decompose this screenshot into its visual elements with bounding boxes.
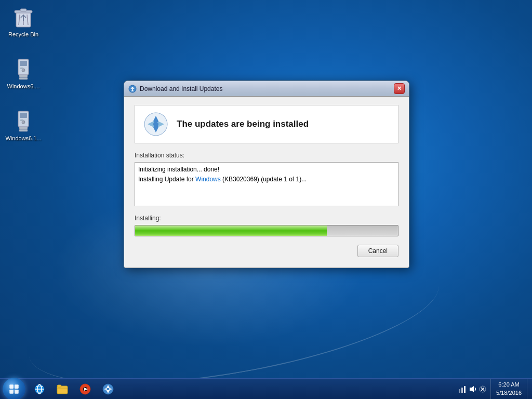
windows61-label: Windows6.1...: [5, 135, 41, 142]
status-box[interactable]: Initializing installation... done! Insta…: [135, 162, 398, 206]
svg-rect-16: [19, 127, 28, 129]
progress-container: [135, 225, 398, 236]
recycle-bin-icon: [11, 4, 36, 29]
svg-rect-29: [57, 385, 61, 387]
close-button[interactable]: ✕: [394, 83, 405, 94]
svg-rect-17: [19, 129, 28, 131]
desktop-icon-windows6[interactable]: Windows6....: [3, 54, 44, 92]
titlebar-controls: ✕: [394, 83, 405, 94]
start-orb: [3, 378, 25, 400]
svg-rect-23: [9, 390, 14, 394]
status-link: Windows: [195, 176, 221, 183]
status-label: Installation status:: [135, 152, 398, 159]
cancel-button[interactable]: Cancel: [357, 245, 398, 257]
svg-rect-24: [15, 390, 19, 394]
dialog-titlebar: Download and Install Updates ✕: [124, 81, 409, 97]
svg-rect-10: [19, 75, 28, 77]
windows61-icon: [11, 108, 36, 133]
recycle-bin-label: Recycle Bin: [8, 31, 38, 38]
desktop: Recycle Bin Windows6....: [0, 0, 532, 399]
progress-bar: [135, 225, 327, 236]
svg-rect-11: [19, 77, 28, 79]
clock-time: 6:20 AM: [498, 381, 519, 389]
update-header-icon: [143, 112, 168, 137]
svg-rect-21: [9, 384, 14, 389]
dialog-header-title: The updates are being installed: [177, 119, 309, 129]
svg-rect-22: [15, 384, 19, 389]
update-dialog: Download and Install Updates ✕: [124, 81, 409, 268]
svg-rect-7: [20, 61, 27, 66]
status-line-2: Installing Update for Windows (KB3020369…: [138, 175, 395, 184]
windows6-label: Windows6....: [7, 83, 40, 90]
taskbar-media[interactable]: [75, 380, 96, 398]
tray-icons: [454, 379, 491, 400]
svg-rect-34: [459, 389, 460, 393]
taskbar: 6:20 AM 5/18/2016: [0, 378, 532, 399]
dialog-icon: [128, 85, 137, 93]
taskbar-explorer[interactable]: [52, 380, 73, 398]
start-button[interactable]: [0, 379, 28, 400]
svg-point-20: [153, 122, 158, 127]
svg-marker-37: [470, 386, 474, 392]
network-icon: [458, 385, 467, 393]
show-desktop-button[interactable]: [527, 379, 530, 400]
dialog-title: Download and Install Updates: [140, 85, 394, 92]
svg-rect-2: [20, 9, 26, 11]
dialog-header: The updates are being installed: [135, 105, 398, 143]
clock-area[interactable]: 6:20 AM 5/18/2016: [491, 381, 527, 397]
installing-label: Installing:: [135, 215, 398, 222]
dialog-body: The updates are being installed Installa…: [124, 97, 409, 268]
status-line-1: Initializing installation... done!: [138, 165, 395, 175]
clock-date: 5/18/2016: [496, 389, 522, 397]
taskbar-updates[interactable]: [98, 380, 118, 398]
svg-rect-36: [464, 386, 466, 393]
taskbar-ie[interactable]: [29, 380, 50, 398]
desktop-icon-windows61[interactable]: Windows6.1...: [3, 106, 44, 144]
svg-rect-13: [20, 113, 27, 118]
svg-rect-35: [461, 388, 463, 393]
system-tray: 6:20 AM 5/18/2016: [454, 379, 532, 400]
volume-icon: [469, 385, 477, 393]
desktop-icon-recycle-bin[interactable]: Recycle Bin: [3, 2, 44, 40]
action-icon: [479, 385, 486, 393]
svg-rect-9: [20, 68, 23, 69]
windows6-icon: [11, 56, 36, 81]
svg-rect-15: [20, 119, 23, 121]
dialog-footer: Cancel: [135, 245, 398, 257]
